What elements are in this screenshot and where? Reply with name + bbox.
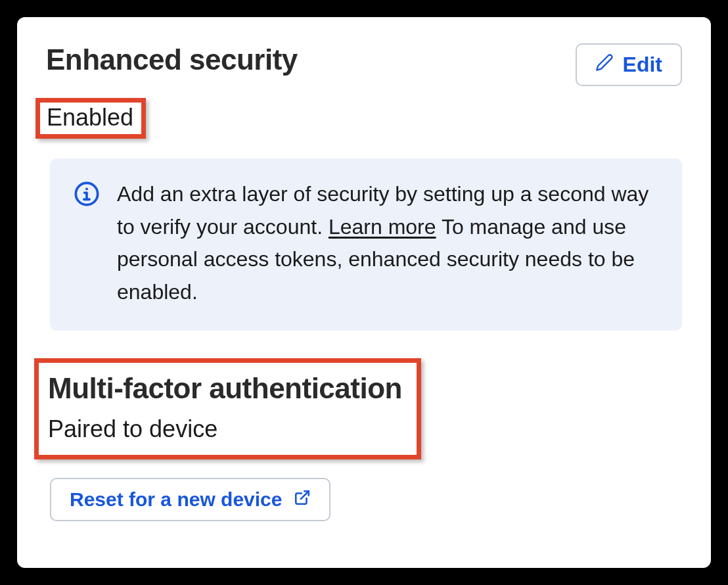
edit-button-label: Edit — [623, 53, 662, 77]
mfa-title: Multi-factor authentication — [48, 372, 402, 405]
info-text: Add an extra layer of security by settin… — [117, 178, 658, 308]
pencil-icon — [595, 53, 614, 77]
info-callout: Add an extra layer of security by settin… — [50, 158, 682, 331]
reset-device-button[interactable]: Reset for a new device — [50, 478, 330, 521]
mfa-status: Paired to device — [48, 415, 402, 443]
learn-more-link[interactable]: Learn more — [329, 215, 436, 239]
external-link-icon — [294, 488, 311, 511]
info-icon — [74, 181, 100, 308]
mfa-highlight-box: Multi-factor authentication Paired to de… — [34, 358, 421, 459]
reset-button-label: Reset for a new device — [70, 488, 282, 511]
svg-point-1 — [85, 188, 88, 191]
edit-button[interactable]: Edit — [576, 43, 682, 86]
security-settings-card: Enhanced security Edit Enabled Add an ex… — [17, 17, 711, 568]
page-title: Enhanced security — [46, 43, 298, 76]
header-row: Enhanced security Edit — [46, 43, 682, 86]
svg-line-2 — [301, 492, 309, 500]
enhanced-security-status: Enabled — [47, 104, 133, 131]
status-highlight-box: Enabled — [35, 98, 146, 139]
